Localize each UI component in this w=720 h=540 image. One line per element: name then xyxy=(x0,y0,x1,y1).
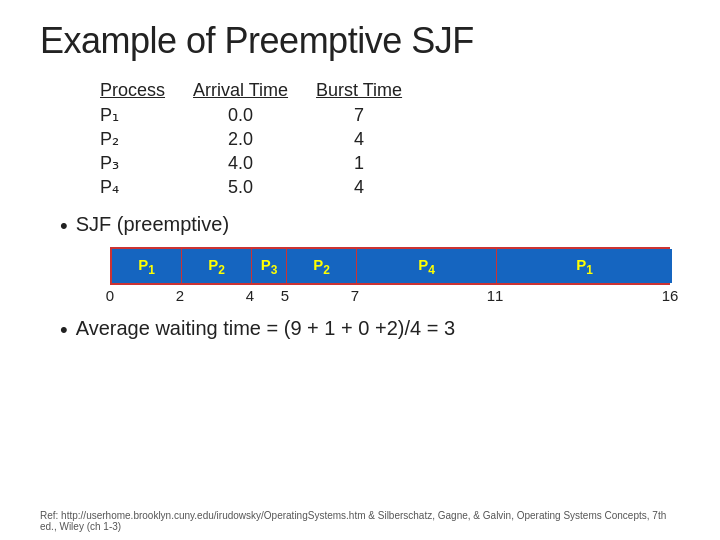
bullet-sjf: • SJF (preemptive) P1P2P3P2P4P1 02457111… xyxy=(60,213,680,307)
col-header-arrival: Arrival Time xyxy=(193,78,316,103)
slide-title: Example of Preemptive SJF xyxy=(40,20,680,62)
gantt-tick: 16 xyxy=(662,287,679,304)
gantt-label: P2 xyxy=(208,256,225,277)
gantt-tick: 7 xyxy=(351,287,359,304)
cell-process: P₃ xyxy=(100,151,193,175)
reference-text: Ref: http://userhome.brooklyn.cuny.edu/i… xyxy=(40,510,666,532)
cell-burst: 4 xyxy=(316,175,430,199)
bullet-2-text: Average waiting time = (9 + 1 + 0 +2)/4 … xyxy=(76,317,455,340)
bullet-dot-2: • xyxy=(60,317,68,343)
gantt-label: P2 xyxy=(313,256,330,277)
gantt-label: P3 xyxy=(261,256,278,277)
gantt-tick: 0 xyxy=(106,287,114,304)
table-row: P₃4.01 xyxy=(100,151,430,175)
cell-arrival: 4.0 xyxy=(193,151,316,175)
bullet-1: • SJF (preemptive) xyxy=(60,213,680,239)
cell-arrival: 5.0 xyxy=(193,175,316,199)
gantt-segment-1: P2 xyxy=(182,249,252,283)
cell-process: P₁ xyxy=(100,103,193,127)
col-header-burst: Burst Time xyxy=(316,78,430,103)
cell-burst: 1 xyxy=(316,151,430,175)
gantt-tick: 2 xyxy=(176,287,184,304)
reference-line: Ref: http://userhome.brooklyn.cuny.edu/i… xyxy=(40,510,680,532)
gantt-segment-4: P4 xyxy=(357,249,497,283)
gantt-segment-5: P1 xyxy=(497,249,672,283)
gantt-ticks: 024571116 xyxy=(110,287,670,307)
bullet-dot-1: • xyxy=(60,213,68,239)
bullet-2: • Average waiting time = (9 + 1 + 0 +2)/… xyxy=(60,317,680,343)
col-header-process: Process xyxy=(100,78,193,103)
table-row: P₂2.04 xyxy=(100,127,430,151)
bullet-1-text: SJF (preemptive) xyxy=(76,213,229,236)
gantt-chart: P1P2P3P2P4P1 024571116 xyxy=(110,247,710,307)
bullet-avg: • Average waiting time = (9 + 1 + 0 +2)/… xyxy=(60,317,680,343)
process-table: Process Arrival Time Burst Time P₁0.07P₂… xyxy=(100,78,430,199)
slide: Example of Preemptive SJF Process Arriva… xyxy=(0,0,720,540)
gantt-segment-2: P3 xyxy=(252,249,287,283)
table-row: P₁0.07 xyxy=(100,103,430,127)
cell-arrival: 2.0 xyxy=(193,127,316,151)
cell-process: P₂ xyxy=(100,127,193,151)
cell-burst: 4 xyxy=(316,127,430,151)
table-row: P₄5.04 xyxy=(100,175,430,199)
gantt-label: P1 xyxy=(138,256,155,277)
cell-arrival: 0.0 xyxy=(193,103,316,127)
gantt-label: P1 xyxy=(576,256,593,277)
gantt-label: P4 xyxy=(418,256,435,277)
cell-burst: 7 xyxy=(316,103,430,127)
gantt-bar-row: P1P2P3P2P4P1 xyxy=(110,247,670,285)
process-table-section: Process Arrival Time Burst Time P₁0.07P₂… xyxy=(100,78,680,199)
gantt-segment-0: P1 xyxy=(112,249,182,283)
gantt-segment-3: P2 xyxy=(287,249,357,283)
gantt-tick: 11 xyxy=(487,287,504,304)
gantt-tick: 4 xyxy=(246,287,254,304)
gantt-tick: 5 xyxy=(281,287,289,304)
cell-process: P₄ xyxy=(100,175,193,199)
